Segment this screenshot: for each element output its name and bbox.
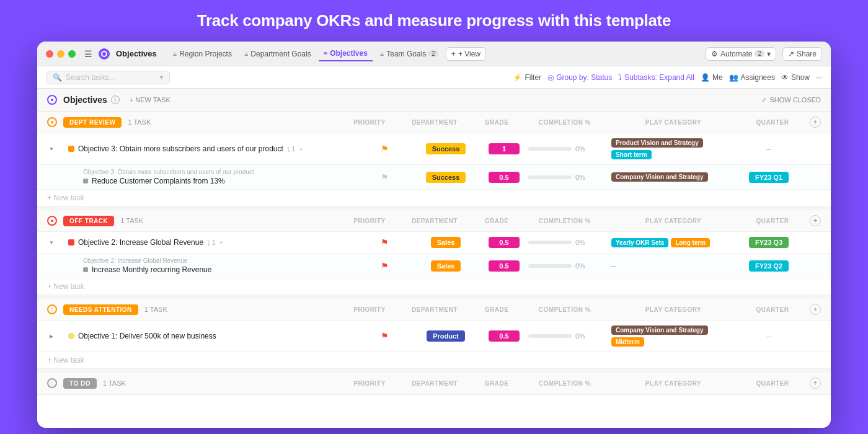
- show-button[interactable]: 👁 Show: [781, 73, 810, 82]
- off-dept-cell[interactable]: Sales: [412, 237, 480, 248]
- traffic-light-red[interactable]: [46, 50, 53, 58]
- todo-col-completion: COMPLETION %: [525, 380, 605, 387]
- grade-cell[interactable]: 1: [482, 143, 526, 154]
- sub-quarter-cell: FY23 Q1: [738, 172, 800, 183]
- toolbar-right: ⚡ Filter ◎ Group by: Status ⤵ Subtasks: …: [513, 73, 822, 82]
- add-subtask-icon[interactable]: +: [299, 145, 303, 153]
- needs-col-completion: COMPLETION %: [525, 306, 605, 313]
- subtasks-button[interactable]: ⤵ Subtasks: Expand All: [618, 73, 694, 82]
- sub-grade-cell[interactable]: 0.5: [482, 172, 526, 183]
- off-col-grade: GRADE: [475, 218, 518, 224]
- expand-collapse-icon[interactable]: ▼: [47, 144, 56, 153]
- window: ☰ Objectives ≡ Region Projects ≡ Departm…: [37, 42, 831, 428]
- new-task-row-dept[interactable]: + New task: [37, 190, 831, 206]
- assignees-button[interactable]: 👥 Assignees: [729, 73, 775, 82]
- sub-quarter-badge[interactable]: FY23 Q1: [749, 172, 789, 183]
- off-completion-pct: 0%: [575, 239, 585, 246]
- me-button[interactable]: 👤 Me: [701, 73, 723, 82]
- department-cell[interactable]: Success: [412, 143, 480, 154]
- play-tag-1[interactable]: Short term: [611, 150, 652, 159]
- sub-priority-flag-icon[interactable]: ⚑: [381, 172, 389, 182]
- needs-badge: NEEDS ATTENTION: [63, 304, 138, 315]
- new-task-row-off[interactable]: + New task: [37, 278, 831, 294]
- needs-play-tag-0[interactable]: Company Vision and Strategy: [611, 326, 708, 335]
- show-label: Show: [791, 73, 810, 82]
- off-sub-grade-cell[interactable]: 0.5: [482, 260, 526, 272]
- sub-department-cell[interactable]: Success: [412, 172, 480, 183]
- off-col-priority: PRIORITY: [345, 218, 394, 224]
- off-play-tag-0[interactable]: Yearly OKR Sets: [611, 238, 668, 247]
- task-color-dot: [68, 146, 74, 152]
- hamburger-icon[interactable]: ☰: [84, 49, 92, 59]
- off-play-tag-1[interactable]: Long term: [671, 238, 710, 247]
- off-col-play: PLAY CATEGORY: [611, 218, 735, 224]
- tab-team-goals[interactable]: ≡ Team Goals 2: [375, 47, 443, 61]
- group-dept-review-header: ● DEPT REVIEW 1 TASK PRIORITY DEPARTMENT…: [37, 112, 831, 133]
- needs-add-icon[interactable]: +: [810, 304, 821, 315]
- off-task-dot: [68, 239, 74, 246]
- todo-col-dept: DEPARTMENT: [401, 380, 469, 387]
- off-subtask-title[interactable]: Increase Monthly recurring Revenue: [92, 265, 211, 274]
- filter-button[interactable]: ⚡ Filter: [513, 73, 541, 82]
- new-task-header-btn[interactable]: + NEW TASK: [126, 95, 174, 105]
- traffic-light-yellow[interactable]: [57, 50, 64, 58]
- needs-task-title[interactable]: Objective 1: Deliver 500k of new busines…: [78, 332, 216, 340]
- tab-team-badge: 2: [428, 50, 438, 57]
- needs-play-tag-1[interactable]: Midterm: [611, 337, 644, 347]
- needs-expand-icon[interactable]: ▶: [47, 332, 56, 340]
- search-box[interactable]: 🔍 Search tasks... ▾: [46, 71, 170, 84]
- needs-task-name-cell: Objective 1: Deliver 500k of new busines…: [68, 332, 357, 340]
- priority-flag-icon[interactable]: ⚑: [381, 144, 389, 154]
- subtask-title[interactable]: Reduce Customer Complaints from 13%: [92, 177, 225, 185]
- off-grade-badge: 0.5: [489, 237, 520, 248]
- off-sub-priority-flag[interactable]: ⚑: [381, 261, 389, 271]
- new-task-row-needs[interactable]: + New task: [37, 352, 831, 368]
- todo-col-quarter: QUARTER: [742, 380, 804, 387]
- group-by-button[interactable]: ◎ Group by: Status: [547, 73, 612, 82]
- needs-dept-cell[interactable]: Product: [412, 330, 480, 342]
- needs-col-play: PLAY CATEGORY: [611, 306, 735, 313]
- off-grade-cell[interactable]: 0.5: [482, 237, 526, 248]
- off-priority-flag[interactable]: ⚑: [381, 237, 389, 247]
- off-task-title[interactable]: Objective 2: Increase Global Revenue: [78, 238, 203, 247]
- app-icon: [99, 48, 110, 60]
- group-todo: ○ TO DO 1 TASK PRIORITY DEPARTMENT GRADE…: [37, 373, 831, 395]
- view-button[interactable]: + + View: [446, 47, 486, 61]
- tab-dept-icon: ≡: [244, 50, 248, 58]
- more-options-button[interactable]: ···: [816, 73, 822, 82]
- subtasks-icon: ⤵: [618, 73, 622, 82]
- tab-department-goals[interactable]: ≡ Department Goals: [239, 47, 316, 61]
- play-tag-0[interactable]: Product Vision and Strategy: [611, 138, 703, 148]
- todo-badge: TO DO: [63, 378, 97, 389]
- tab-region-projects[interactable]: ≡ Region Projects: [168, 47, 237, 61]
- traffic-light-green[interactable]: [68, 50, 76, 58]
- needs-grade-cell[interactable]: 0.5: [482, 330, 526, 342]
- todo-add-icon[interactable]: +: [810, 378, 821, 389]
- off-add-icon[interactable]: +: [810, 215, 821, 226]
- needs-col-dept: DEPARTMENT: [401, 306, 469, 313]
- tab-obj-label: Objectives: [330, 49, 368, 58]
- person-icon: 👤: [701, 73, 710, 82]
- off-sub-quarter-badge[interactable]: FY23 Q2: [749, 260, 789, 272]
- tab-region-icon: ≡: [173, 50, 177, 58]
- off-expand-icon[interactable]: ▼: [47, 238, 56, 247]
- show-closed-label: SHOW CLOSED: [769, 96, 821, 104]
- off-quarter-badge[interactable]: FY23 Q3: [749, 237, 789, 248]
- search-placeholder: Search tasks...: [66, 73, 115, 82]
- dept-review-add-icon[interactable]: +: [810, 117, 821, 128]
- sub-play-tag-0[interactable]: Company Vision and Strategy: [611, 172, 708, 182]
- needs-completion-cell: 0%: [528, 332, 609, 340]
- off-subtask-name-cell: Objective 2: Increase Global Revenue Inc…: [68, 257, 357, 274]
- off-sub-dept-cell[interactable]: Sales: [412, 260, 480, 272]
- needs-priority-flag[interactable]: ⚑: [381, 331, 389, 341]
- show-closed-btn[interactable]: ✓ SHOW CLOSED: [761, 96, 821, 104]
- off-add-subtask[interactable]: +: [219, 239, 223, 246]
- task-title[interactable]: Objective 3: Obtain more subscribers and…: [78, 144, 283, 153]
- subtask-name-cell: Objective 3: Obtain more subscribers and…: [68, 169, 357, 185]
- tab-objectives[interactable]: ≡ Objectives: [319, 46, 373, 61]
- objectives-info-icon[interactable]: i: [111, 95, 120, 104]
- titlebar-tabs: ≡ Region Projects ≡ Department Goals ≡ O…: [168, 46, 699, 61]
- objectives-title: Objectives i: [63, 95, 120, 105]
- automate-button[interactable]: ⚙ Automate 2 ▾: [706, 47, 776, 61]
- share-button[interactable]: ↗ Share: [782, 47, 822, 61]
